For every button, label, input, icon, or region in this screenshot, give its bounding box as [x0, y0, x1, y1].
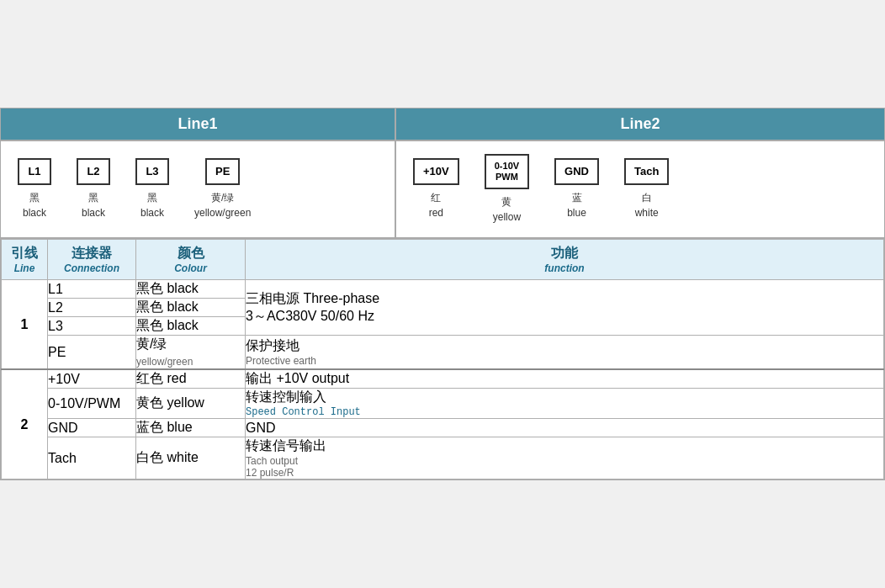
line-num-1: 1 [2, 280, 48, 370]
color-PE: 黄/绿yellow/green [136, 336, 246, 370]
connector-10V: +10V 红red [413, 158, 459, 220]
main-container: Line1 Line2 L1 黑black L2 黑black L3 黑blac… [0, 108, 885, 480]
line-num-2: 2 [2, 369, 48, 479]
connector-box-L3: L3 [135, 158, 169, 185]
color-10V: 红色 red [136, 369, 246, 389]
connector-0-10V-PWM: 0-10VPWM 黄yellow [485, 154, 529, 225]
header-line1: Line1 [1, 109, 396, 140]
color-L2: 黑色 black [136, 299, 246, 317]
th-func: 功能 function [246, 240, 884, 280]
func-PWM: 转速控制输入 Speed Control Input [246, 389, 884, 419]
table-row-2-Tach: Tach 白色 white 转速信号输出 Tach output 12 puls… [2, 437, 884, 479]
table-row-1-PE: PE 黄/绿yellow/green 保护接地 Protective earth [2, 336, 884, 370]
th-line-cn: 引线 [10, 245, 39, 262]
th-color-en: Colour [145, 262, 236, 274]
conn-L3: L3 [48, 317, 136, 336]
th-func-cn: 功能 [254, 245, 875, 262]
connector-label-L2: 黑black [82, 190, 105, 220]
th-color: 颜色 Colour [136, 240, 246, 280]
connector-L1: L1 黑black [18, 158, 51, 220]
th-func-en: function [254, 262, 875, 274]
func-cn-PE: 保护接地 [246, 337, 883, 355]
connector-label-10V: 红red [429, 190, 443, 220]
color-L3: 黑色 black [136, 317, 246, 336]
func-en-three-phase: 3～AC380V 50/60 Hz [246, 308, 883, 326]
func-en-PWM: Speed Control Input [246, 406, 883, 418]
color-L1: 黑色 black [136, 280, 246, 299]
conn-L2: L2 [48, 299, 136, 317]
func-cn-three-phase: 三相电源 Three-phase [246, 290, 883, 308]
connector-label-PE: 黄/绿yellow/green [194, 190, 251, 220]
conn-GND: GND [48, 419, 136, 437]
connector-box-L2: L2 [77, 158, 110, 185]
th-line: 引线 Line [2, 240, 48, 280]
conn-PE: PE [48, 336, 136, 370]
connector-box-PE: PE [205, 158, 240, 185]
conn-L1: L1 [48, 280, 136, 299]
th-conn-en: Connection [56, 262, 127, 274]
line2-title: Line2 [620, 115, 660, 132]
th-conn-cn: 连接器 [56, 245, 127, 262]
connector-label-L1: 黑black [23, 190, 46, 220]
connector-box-0-10V: 0-10VPWM [485, 154, 529, 189]
color-GND: 蓝色 blue [136, 419, 246, 437]
connector-box-L1: L1 [18, 158, 51, 185]
connector-box-GND: GND [554, 158, 599, 185]
func-cn-PWM: 转速控制输入 [246, 389, 883, 406]
header-line2: Line2 [396, 109, 884, 140]
connector-box-Tach: Tach [624, 158, 669, 185]
th-line-en: Line [10, 262, 39, 274]
func-Tach: 转速信号输出 Tach output 12 pulse/R [246, 437, 884, 479]
connector-label-0-10V: 黄yellow [493, 194, 521, 225]
table-header-row: 引线 Line 连接器 Connection 颜色 Colour 功能 func… [2, 240, 884, 280]
func-PE: 保护接地 Protective earth [246, 336, 884, 370]
table-row-1-L1: 1 L1 黑色 black 三相电源 Three-phase 3～AC380V … [2, 280, 884, 299]
connector-label-Tach: 白white [635, 190, 659, 220]
func-en-Tach2: 12 pulse/R [246, 467, 883, 479]
connector-label-GND: 蓝blue [567, 190, 586, 220]
func-cn-Tach: 转速信号输出 [246, 437, 883, 455]
func-1-main: 三相电源 Three-phase 3～AC380V 50/60 Hz [246, 280, 884, 336]
connector-L2: L2 黑black [77, 158, 110, 220]
color-PWM: 黄色 yellow [136, 389, 246, 419]
diagram-line1: L1 黑black L2 黑black L3 黑black PE 黄/绿yell… [1, 141, 396, 237]
func-GND: GND [246, 419, 884, 437]
table-row-2-10V: 2 +10V 红色 red 输出 +10V output [2, 369, 884, 389]
func-en-PE: Protective earth [246, 355, 883, 367]
connector-GND: GND 蓝blue [554, 158, 599, 220]
func-10V: 输出 +10V output [246, 369, 884, 389]
connector-PE: PE 黄/绿yellow/green [194, 158, 251, 220]
table-row-2-GND: GND 蓝色 blue GND [2, 419, 884, 437]
conn-Tach: Tach [48, 437, 136, 479]
th-conn: 连接器 Connection [48, 240, 136, 280]
connector-box-10V: +10V [413, 158, 459, 185]
th-color-cn: 颜色 [145, 245, 236, 262]
color-Tach: 白色 white [136, 437, 246, 479]
diagram-line2: +10V 红red 0-10VPWM 黄yellow GND 蓝blue Tac… [396, 141, 884, 237]
header-row: Line1 Line2 [1, 109, 884, 141]
diagram-row: L1 黑black L2 黑black L3 黑black PE 黄/绿yell… [1, 141, 884, 239]
line1-title: Line1 [178, 115, 217, 132]
connector-label-L3: 黑black [140, 190, 164, 220]
conn-10V: +10V [48, 369, 136, 389]
conn-PWM: 0-10V/PWM [48, 389, 136, 419]
connector-Tach: Tach 白white [624, 158, 669, 220]
connector-L3: L3 黑black [135, 158, 169, 220]
func-en-Tach: Tach output [246, 455, 883, 467]
table-row-2-PWM: 0-10V/PWM 黄色 yellow 转速控制输入 Speed Control… [2, 389, 884, 419]
data-table: 引线 Line 连接器 Connection 颜色 Colour 功能 func… [1, 239, 884, 479]
